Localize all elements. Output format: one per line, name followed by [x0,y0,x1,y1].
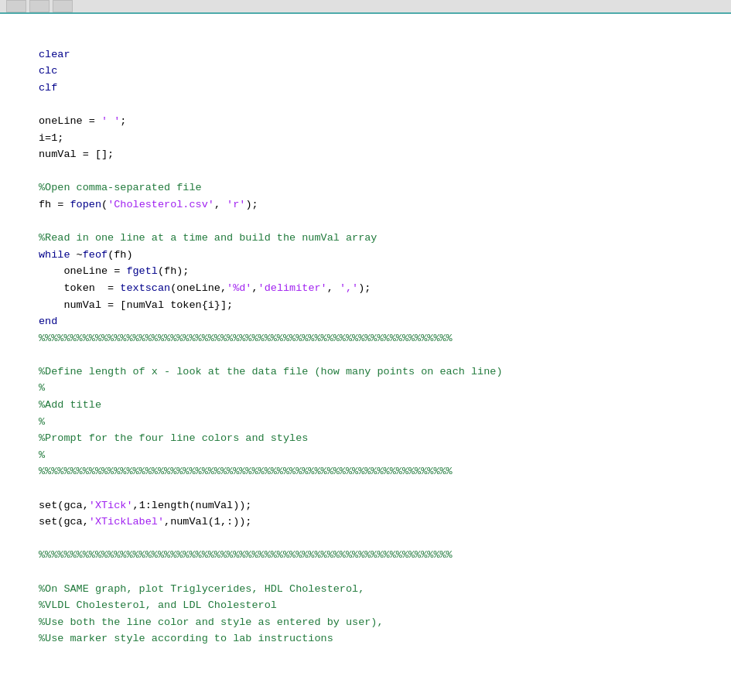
code-editor: clear clc clf oneLine = ' '; i=1; numVal… [0,14,731,700]
tab-1[interactable] [6,0,26,12]
line-clear: clear clc clf oneLine = ' '; i=1; numVal… [39,49,503,645]
top-bar [0,0,731,14]
tab-2[interactable] [29,0,50,12]
tab-3[interactable] [53,0,73,12]
code-content: clear clc clf oneLine = ' '; i=1; numVal… [39,29,716,664]
